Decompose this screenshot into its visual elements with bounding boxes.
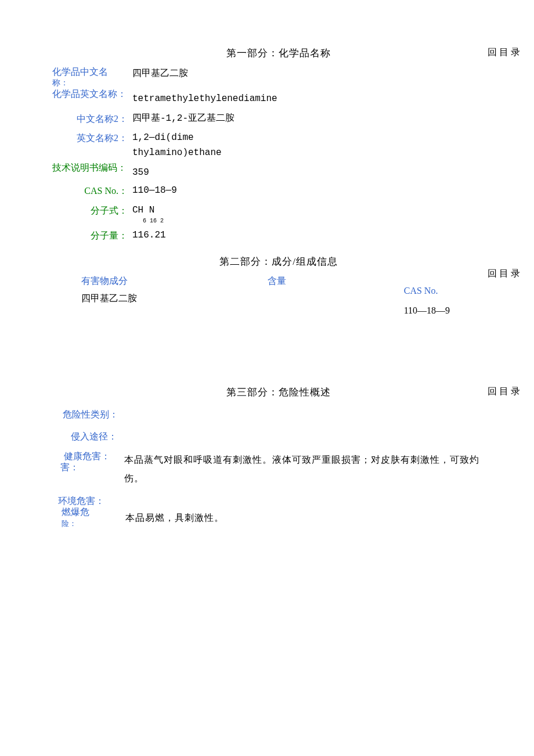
- value-english-name: tetramethylethylenediamine: [132, 88, 277, 107]
- section-3-body: 危险性类别： 侵入途径： 健康危害： 害： 本品蒸气对眼和呼吸道有刺激性。液体可…: [52, 406, 505, 529]
- label-tech-code: 技术说明书编码：: [52, 162, 132, 174]
- label-formula: 分子式：: [52, 203, 132, 218]
- value-chinese-name-2: 四甲基-1,2-亚乙基二胺: [132, 111, 234, 127]
- value-formula: CH N 6 16 2: [132, 203, 164, 226]
- cell-component: 四甲基乙二胺: [52, 293, 233, 316]
- field-chinese-name: 化学品中文名 称： 四甲基乙二胺: [52, 67, 505, 87]
- section-3-header: 第三部分：危险性概述 回目录: [52, 386, 505, 399]
- label-english-name-2: 英文名称2：: [52, 131, 132, 146]
- field-english-name-2: 英文名称2： 1,2—di(dime thylamino)ethane: [52, 131, 505, 160]
- field-formula: 分子式： CH N 6 16 2: [52, 203, 505, 226]
- value-tech-code: 359: [132, 162, 149, 181]
- section-2-table: 有害物成分 含量 CAS No. 四甲基乙二胺 110—18—9: [52, 275, 505, 316]
- field-cas-no: CAS No.： 110—18—9: [52, 183, 505, 199]
- back-to-toc-link-3[interactable]: 回目录: [488, 386, 522, 398]
- field-fire-hazard: 燃爆危 险： 本品易燃，具刺激性。: [52, 506, 505, 528]
- section-1-header: 第一部分：化学品名称 回目录: [52, 46, 505, 60]
- field-english-name: 化学品英文名称： tetramethylethylenediamine: [52, 88, 505, 107]
- field-health-hazard: 健康危害： 害： 本品蒸气对眼和呼吸道有刺激性。液体可致严重眼损害；对皮肤有刺激…: [52, 451, 505, 488]
- label-chinese-name: 化学品中文名 称：: [52, 67, 132, 87]
- field-mol-weight: 分子量： 116.21: [52, 228, 505, 243]
- label-mol-weight: 分子量：: [52, 228, 132, 243]
- field-entry-route: 侵入途径：: [52, 428, 505, 445]
- label-english-name: 化学品英文名称：: [52, 88, 132, 100]
- label-chinese-name-2: 中文名称2：: [52, 111, 132, 127]
- field-tech-code: 技术说明书编码： 359: [52, 162, 505, 181]
- value-health-hazard: 本品蒸气对眼和呼吸道有刺激性。液体可致严重眼损害；对皮肤有刺激性，可致灼伤。: [124, 451, 505, 488]
- cell-cas: 110—18—9: [369, 293, 505, 316]
- label-entry-route: 侵入途径：: [52, 428, 135, 445]
- section-2-title: 第二部分：成分/组成信息: [52, 255, 505, 268]
- value-mol-weight: 116.21: [132, 228, 166, 243]
- label-health-hazard: 健康危害： 害：: [52, 451, 124, 473]
- value-chinese-name: 四甲基乙二胺: [132, 67, 188, 82]
- label-cas-no: CAS No.：: [52, 183, 132, 199]
- section-1-title: 第一部分：化学品名称: [52, 46, 505, 60]
- field-hazard-category: 危险性类别：: [52, 406, 505, 423]
- cell-content: [233, 293, 369, 316]
- value-english-name-2: 1,2—di(dime thylamino)ethane: [132, 131, 266, 160]
- section-3-title: 第三部分：危险性概述: [52, 386, 505, 399]
- value-fire-hazard: 本品易燃，具刺激性。: [125, 506, 505, 527]
- back-to-toc-link-1[interactable]: 回目录: [488, 46, 522, 59]
- table-row: 四甲基乙二胺 110—18—9: [52, 293, 505, 316]
- field-chinese-name-2: 中文名称2： 四甲基-1,2-亚乙基二胺: [52, 111, 505, 127]
- section-1-body: 化学品中文名 称： 四甲基乙二胺 化学品英文名称： tetramethyleth…: [52, 67, 505, 243]
- label-fire-hazard: 燃爆危 险：: [52, 506, 125, 528]
- section-2-header: 第二部分：成分/组成信息 回目录: [52, 255, 505, 268]
- document-page: 第一部分：化学品名称 回目录 化学品中文名 称： 四甲基乙二胺 化学品英文名称：…: [0, 0, 534, 556]
- formula-subscript: 6 16 2: [132, 217, 164, 226]
- label-hazard-category: 危险性类别：: [52, 406, 127, 423]
- value-cas-no: 110—18—9: [132, 183, 177, 199]
